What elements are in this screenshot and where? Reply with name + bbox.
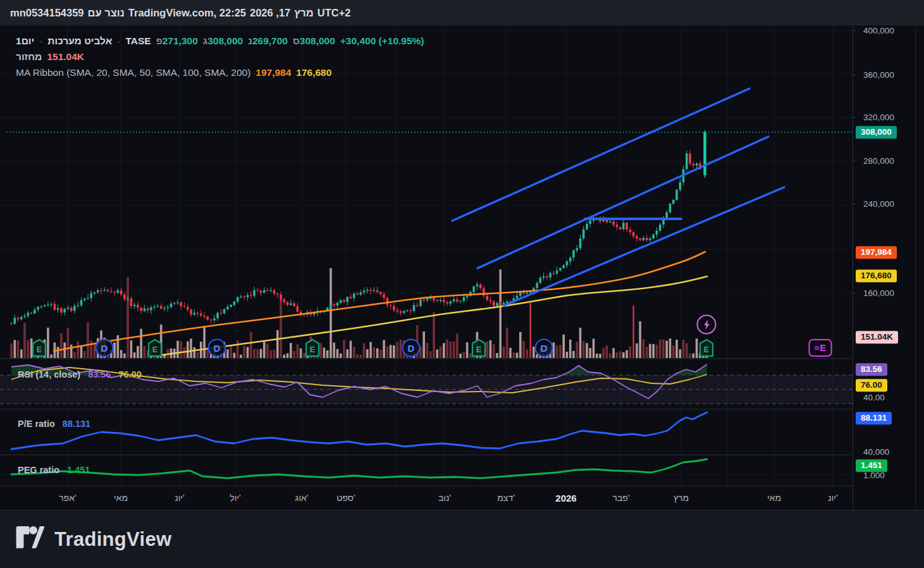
dividend-marker-icon[interactable]: D <box>208 339 226 357</box>
rsi-legend: RSI (14, close) 83.56 76.00 <box>18 369 142 380</box>
indicator-axis-tick: 40,000 <box>863 447 889 457</box>
time-axis-label: יונ' <box>828 493 837 503</box>
axis-tick-mark <box>853 204 856 204</box>
brand-bar: TradingView <box>0 510 924 568</box>
axis-value-badge: 151.04K <box>856 331 898 343</box>
axis-value-badge: 88.131 <box>856 412 892 424</box>
high-value: ג308,000 <box>203 35 243 47</box>
dividend-marker-icon[interactable]: D <box>535 339 553 357</box>
symbol-legend: 1יום · אלביט מערכות · TASE פ271,300 ג308… <box>16 33 424 80</box>
volume-value: 151.04K <box>47 51 84 63</box>
svg-text:E: E <box>152 345 158 354</box>
time-axis-label: 2026 <box>555 493 576 503</box>
time-axis-label: דצמ' <box>497 493 515 503</box>
pe-label: P/E ratio <box>18 419 55 429</box>
indicator-axis-tick: 40.00 <box>863 393 885 402</box>
pe-value: 88.131 <box>63 419 90 429</box>
lightning-icon[interactable] <box>697 315 717 335</box>
dividend-marker-icon[interactable]: D <box>95 339 114 357</box>
open-value: פ271,300 <box>156 35 198 47</box>
rsi-ma-value: 76.00 <box>118 369 141 380</box>
earnings-marker-icon[interactable]: E <box>32 339 47 357</box>
price-tick: 160,000 <box>863 288 894 298</box>
peg-label: PEG ratio <box>18 465 59 475</box>
price-tick: 400,000 <box>863 26 894 35</box>
legend-ma-row: MA Ribbon (SMA, 20, SMA, 50, SMA, 100, S… <box>16 65 424 80</box>
rsi-label: RSI (14, close) <box>18 369 80 380</box>
tradingview-screenshot: mn0534154359 נוצר עם TradingView.com, 22… <box>0 0 924 568</box>
dividend-marker-icon[interactable]: D <box>402 339 421 357</box>
axis-value-badge: 83.56 <box>856 363 887 376</box>
close-value: ס308,000 <box>293 35 335 47</box>
symbol-name: אלביט מערכות <box>47 35 112 47</box>
interval-label: 1יום <box>16 35 34 47</box>
earnings-marker-icon[interactable]: E <box>699 339 714 357</box>
time-axis-label: מאי <box>767 493 781 503</box>
dot-separator: · <box>39 35 42 47</box>
low-value: נ269,700 <box>248 35 288 47</box>
axis-tick-mark <box>853 293 856 293</box>
price-tick: 360,000 <box>863 70 894 80</box>
time-axis-label: אפר' <box>59 493 77 503</box>
projected-earnings-marker-icon[interactable]: ≈E <box>809 339 832 357</box>
axis-value-badge: 308,000 <box>856 126 897 139</box>
axis-value-badge: 176,680 <box>856 269 897 282</box>
time-axis-label: מאי <box>114 493 128 503</box>
axis-value-badge: 1.451 <box>856 459 887 472</box>
axis-tick-mark <box>853 117 856 118</box>
legend-volume-row: מחזור 151.04K <box>16 49 424 65</box>
time-axis-label: יול' <box>230 493 240 503</box>
dot-separator: · <box>117 35 120 47</box>
tradingview-wordmark[interactable]: TradingView <box>54 528 171 551</box>
svg-text:E: E <box>704 345 710 354</box>
ma-ribbon-label: MA Ribbon (SMA, 20, SMA, 50, SMA, 100, S… <box>16 67 250 78</box>
ma-200-value: 176,680 <box>296 67 331 78</box>
price-tick: 280,000 <box>863 156 894 166</box>
rsi-value: 83.56 <box>88 369 111 380</box>
earnings-marker-icon[interactable]: E <box>305 339 320 357</box>
axis-tick-mark <box>853 30 856 31</box>
axis-tick-mark <box>853 161 856 161</box>
earnings-marker-icon[interactable]: E <box>472 339 486 357</box>
indicator-axis-tick: 1.000 <box>863 471 885 480</box>
ma-100-value: 197,984 <box>256 67 291 78</box>
change-value: +30,400 (+10.95%) <box>340 35 424 47</box>
time-axis-label: אוג' <box>295 493 308 503</box>
volume-label: מחזור <box>16 51 42 63</box>
peg-value: 1.451 <box>67 465 90 475</box>
time-axis-label: ספט' <box>336 493 355 503</box>
time-axis-label: יונ' <box>175 493 184 503</box>
axis-tick-mark <box>853 75 856 75</box>
time-axis-label: פבר' <box>612 493 629 503</box>
svg-text:E: E <box>476 345 482 354</box>
peg-legend: PEG ratio 1.451 <box>18 465 90 475</box>
pe-legend: P/E ratio 88.131 <box>18 419 90 429</box>
svg-text:E: E <box>310 345 316 354</box>
price-tick: 240,000 <box>863 199 894 209</box>
tradingview-logo-icon[interactable] <box>15 525 44 554</box>
axis-value-badge: 76.00 <box>856 379 887 392</box>
svg-text:E: E <box>37 345 42 354</box>
chart-canvas[interactable] <box>0 0 924 568</box>
price-tick: 320,000 <box>863 113 894 122</box>
earnings-marker-icon[interactable]: E <box>148 339 163 357</box>
time-axis-label: מרץ <box>674 493 689 503</box>
time-axis-label: נוב' <box>438 493 451 503</box>
exchange-name: TASE <box>125 35 151 47</box>
axis-value-badge: 197,984 <box>856 246 897 259</box>
legend-title-row: 1יום · אלביט מערכות · TASE פ271,300 ג308… <box>16 33 424 49</box>
